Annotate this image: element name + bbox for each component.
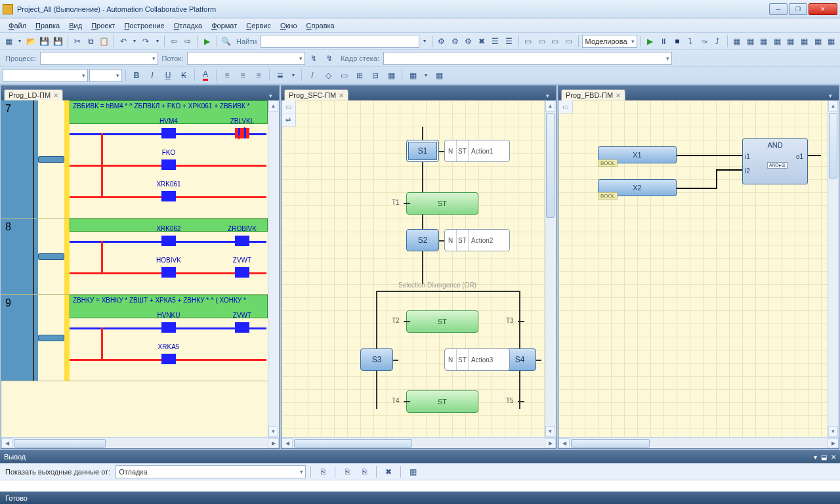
ld-contact[interactable] [161, 267, 176, 278]
undo-dropdown[interactable]: ▾ [131, 34, 139, 49]
undo-button[interactable]: ↶ [117, 34, 130, 49]
model-combo[interactable]: Моделирова [582, 35, 637, 48]
menu-view[interactable]: Вид [64, 20, 87, 31]
find-dropdown[interactable]: ▾ [421, 34, 429, 49]
fbd-block[interactable]: AND [742, 138, 808, 184]
fbd-hscroll[interactable]: ◀▶ [558, 437, 839, 448]
thread-btn2[interactable]: ↯ [322, 51, 337, 66]
ld-contact[interactable] [235, 322, 249, 333]
sfc-transition[interactable]: ST [406, 390, 478, 413]
stack-combo[interactable] [383, 52, 672, 65]
sfc-action[interactable]: NSTAction3 [444, 348, 510, 371]
close-icon[interactable]: ✕ [616, 92, 621, 99]
ld-contact[interactable] [235, 236, 249, 246]
tb-btn-5[interactable]: ☰ [490, 34, 502, 49]
tb-win-1[interactable]: ▭ [522, 34, 535, 49]
dbg-b4[interactable]: ▦ [771, 34, 784, 49]
sfc-action[interactable]: NSTAction2 [444, 229, 510, 251]
paste-button[interactable]: 📋 [98, 34, 111, 49]
sfc-tool-2[interactable]: ⇄ [282, 114, 295, 127]
dbg-stepout[interactable]: ⤴ [711, 34, 724, 49]
dbg-b5[interactable]: ▦ [785, 34, 797, 49]
align-left[interactable]: ≡ [220, 68, 234, 83]
sfc-tool-1[interactable]: ▭ [282, 100, 295, 114]
dbg-pause[interactable]: ⏸ [658, 34, 670, 49]
fbd-canvas[interactable]: X1BOOLX2BOOLANDi1i2o1AND▸⊞ ▲▼ ▭ [558, 100, 839, 437]
output-btn-1[interactable]: ⎘ [316, 465, 330, 479]
font-combo[interactable] [3, 69, 88, 82]
output-close[interactable]: ✕ [831, 453, 836, 461]
thread-combo[interactable] [187, 52, 305, 65]
redo-dropdown[interactable]: ▾ [154, 34, 161, 49]
run-button[interactable]: ▶ [201, 34, 213, 49]
sfc-step[interactable]: S1 [406, 140, 439, 162]
ld-tab-dropdown[interactable]: ▾ [265, 91, 276, 100]
output-pin[interactable]: ⬓ [821, 453, 827, 461]
save-button[interactable]: 💾 [39, 34, 51, 49]
output-btn-4[interactable]: ✖ [381, 465, 396, 479]
list-button[interactable]: ≣ [273, 68, 287, 83]
dbg-b3[interactable]: ▦ [758, 34, 770, 49]
elem-1[interactable]: / [305, 68, 320, 83]
restore-button[interactable]: ❐ [789, 3, 807, 15]
sfc-transition[interactable]: ST [406, 192, 478, 215]
elem-8[interactable]: ▦ [432, 68, 446, 83]
ld-hscroll[interactable]: ◀▶ [1, 437, 279, 448]
elem-2[interactable]: ◇ [321, 68, 335, 83]
process-combo[interactable] [40, 52, 158, 65]
sfc-canvas[interactable]: Selection Divergence (OR)S1S2S3S4NSTActi… [282, 100, 556, 437]
tb-btn-2[interactable]: ⚙ [449, 34, 461, 49]
ld-rung[interactable]: 9ZВНКУ = ХВНКУ * ZВШТ + ХРКА5 + ZВНКУ * … [1, 295, 268, 381]
elem-dropdown[interactable]: ▾ [421, 68, 430, 83]
dbg-stepinto[interactable]: ⤵ [684, 34, 697, 49]
elem-3[interactable]: ▭ [337, 68, 351, 83]
redo-button[interactable]: ↷ [140, 34, 152, 49]
dbg-b1[interactable]: ▦ [731, 34, 744, 49]
ld-contact[interactable] [161, 159, 176, 170]
output-filter-combo[interactable]: Отладка [116, 465, 306, 478]
elem-6[interactable]: ▦ [384, 68, 398, 83]
sfc-tab-dropdown[interactable]: ▾ [542, 91, 553, 100]
copy-button[interactable]: ⧉ [85, 34, 97, 49]
ld-vscroll[interactable]: ▲▼ [268, 100, 279, 437]
nav-back-button[interactable]: ⇦ [168, 34, 180, 49]
ld-contact[interactable] [161, 191, 176, 201]
close-icon[interactable]: ✕ [53, 92, 58, 99]
tb-win-4[interactable]: ▭ [562, 34, 575, 49]
ld-contact[interactable] [235, 128, 249, 138]
open-button[interactable]: 📂 [25, 34, 37, 49]
elem-4[interactable]: ⊞ [352, 68, 367, 83]
output-btn-5[interactable]: ▦ [406, 465, 420, 479]
ld-contact[interactable] [161, 354, 176, 364]
ld-contact[interactable] [235, 267, 249, 278]
fbd-tab-dropdown[interactable]: ▾ [825, 91, 836, 100]
align-center[interactable]: ≡ [236, 68, 250, 83]
sfc-vscroll[interactable]: ▲▼ [545, 100, 556, 437]
ld-rung[interactable]: 7ZВБИВК = hВМ4 * ^ ZБПВКЛ + FKO + XPK061… [1, 100, 268, 219]
fbd-vscroll[interactable]: ▲▼ [828, 100, 839, 437]
menu-tools[interactable]: Сервис [242, 20, 276, 31]
size-combo[interactable] [89, 69, 122, 82]
ld-canvas[interactable]: 7ZВБИВК = hВМ4 * ^ ZБПВКЛ + FKO + XPK061… [1, 100, 279, 437]
dbg-play[interactable]: ▶ [644, 34, 656, 49]
dbg-b7[interactable]: ▦ [812, 34, 824, 49]
elem-5[interactable]: ⊟ [368, 68, 383, 83]
tb-btn-4[interactable]: ✖ [476, 34, 488, 49]
tb-win-3[interactable]: ▭ [549, 34, 562, 49]
dbg-stepover[interactable]: ⤼ [698, 34, 711, 49]
sfc-step[interactable]: S2 [406, 229, 439, 251]
output-dropdown[interactable]: ▾ [814, 453, 817, 461]
tb-win-2[interactable]: ▭ [536, 34, 548, 49]
new-dropdown[interactable]: ▾ [16, 34, 24, 49]
dbg-b6[interactable]: ▦ [798, 34, 810, 49]
output-btn-2[interactable]: ⎘ [340, 465, 354, 479]
sfc-transition[interactable]: ST [406, 310, 478, 333]
ld-tab[interactable]: Prog_LD-ПМ✕ [4, 89, 63, 100]
find-input[interactable] [261, 35, 419, 48]
menu-edit[interactable]: Правка [31, 20, 64, 31]
sfc-step[interactable]: S3 [360, 348, 393, 371]
menu-help[interactable]: Справка [302, 20, 339, 31]
menu-debug[interactable]: Отладка [169, 20, 207, 31]
menu-build[interactable]: Построение [119, 20, 169, 31]
fbd-tool-1[interactable]: ▭ [558, 100, 572, 114]
